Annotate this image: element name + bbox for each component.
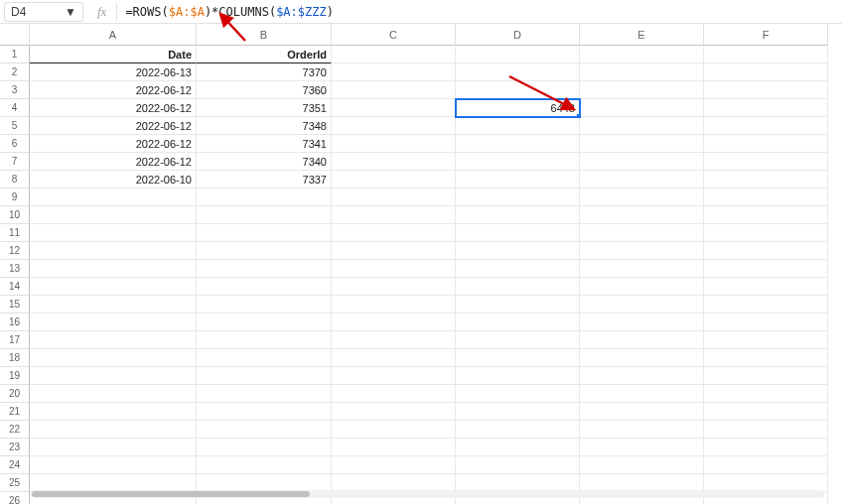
cell-D11[interactable]: [456, 224, 580, 242]
cell-D20[interactable]: [456, 385, 580, 403]
cell-D5[interactable]: [456, 117, 580, 135]
cell-A21[interactable]: [30, 403, 197, 421]
cell-D22[interactable]: [456, 421, 580, 439]
row-header-17[interactable]: 17: [0, 331, 30, 349]
cell-D10[interactable]: [456, 206, 580, 224]
cell-F3[interactable]: [704, 81, 828, 99]
cell-F18[interactable]: [704, 349, 828, 367]
selection-handle[interactable]: [576, 113, 580, 117]
cell-A6[interactable]: 2022-06-12: [30, 135, 197, 153]
cell-B12[interactable]: [197, 242, 332, 260]
cell-D9[interactable]: [456, 189, 580, 206]
cell-A19[interactable]: [30, 367, 197, 385]
cell-C10[interactable]: [332, 206, 456, 224]
row-header-6[interactable]: 6: [0, 135, 30, 153]
cell-E5[interactable]: [580, 117, 704, 135]
cell-E21[interactable]: [580, 403, 704, 421]
cell-B21[interactable]: [197, 403, 332, 421]
cell-E11[interactable]: [580, 224, 704, 242]
row-header-26[interactable]: 26: [0, 492, 30, 504]
cell-F19[interactable]: [704, 367, 828, 385]
cell-E7[interactable]: [580, 153, 704, 171]
cell-B11[interactable]: [197, 224, 332, 242]
cell-B16[interactable]: [197, 314, 332, 331]
cell-F6[interactable]: [704, 135, 828, 153]
cell-F1[interactable]: [704, 46, 828, 63]
cell-D19[interactable]: [456, 367, 580, 385]
cell-A1[interactable]: Date: [30, 46, 197, 63]
cell-F8[interactable]: [704, 171, 828, 189]
cell-A15[interactable]: [30, 296, 197, 314]
cell-B6[interactable]: 7341: [197, 135, 332, 153]
cell-B10[interactable]: [197, 206, 332, 224]
cell-D18[interactable]: [456, 349, 580, 367]
cell-E8[interactable]: [580, 171, 704, 189]
cell-E24[interactable]: [580, 456, 704, 474]
cell-E12[interactable]: [580, 242, 704, 260]
cell-B4[interactable]: 7351: [197, 99, 332, 117]
scrollbar-horizontal[interactable]: [30, 490, 824, 498]
col-header-F[interactable]: F: [704, 24, 828, 46]
scrollbar-vertical[interactable]: [830, 30, 838, 484]
cell-C8[interactable]: [332, 171, 456, 189]
cell-C16[interactable]: [332, 314, 456, 331]
col-header-E[interactable]: E: [580, 24, 704, 46]
row-header-25[interactable]: 25: [0, 474, 30, 492]
cell-E15[interactable]: [580, 296, 704, 314]
name-box[interactable]: D4 ▼: [4, 2, 83, 22]
cell-A17[interactable]: [30, 331, 197, 349]
row-header-7[interactable]: 7: [0, 153, 30, 171]
col-header-C[interactable]: C: [332, 24, 456, 46]
cell-E13[interactable]: [580, 260, 704, 278]
row-header-9[interactable]: 9: [0, 189, 30, 206]
cell-D21[interactable]: [456, 403, 580, 421]
row-header-10[interactable]: 10: [0, 206, 30, 224]
cell-C12[interactable]: [332, 242, 456, 260]
cell-F16[interactable]: [704, 314, 828, 331]
cell-E9[interactable]: [580, 189, 704, 206]
cell-A4[interactable]: 2022-06-12: [30, 99, 197, 117]
cell-B15[interactable]: [197, 296, 332, 314]
cell-D4[interactable]: 6448: [456, 99, 580, 117]
row-header-4[interactable]: 4: [0, 99, 30, 117]
cell-E19[interactable]: [580, 367, 704, 385]
cell-C14[interactable]: [332, 278, 456, 296]
cell-A9[interactable]: [30, 189, 197, 206]
cell-E17[interactable]: [580, 331, 704, 349]
cell-F11[interactable]: [704, 224, 828, 242]
cell-A7[interactable]: 2022-06-12: [30, 153, 197, 171]
cell-A2[interactable]: 2022-06-13: [30, 63, 197, 81]
cell-D1[interactable]: [456, 46, 580, 63]
cell-C18[interactable]: [332, 349, 456, 367]
cell-B24[interactable]: [197, 456, 332, 474]
cell-A24[interactable]: [30, 456, 197, 474]
row-header-22[interactable]: 22: [0, 421, 30, 439]
cell-C13[interactable]: [332, 260, 456, 278]
cell-D13[interactable]: [456, 260, 580, 278]
cell-F17[interactable]: [704, 331, 828, 349]
cell-F10[interactable]: [704, 206, 828, 224]
cell-F15[interactable]: [704, 296, 828, 314]
cell-F22[interactable]: [704, 421, 828, 439]
cell-A18[interactable]: [30, 349, 197, 367]
cell-F9[interactable]: [704, 189, 828, 206]
cell-E23[interactable]: [580, 439, 704, 456]
cell-B14[interactable]: [197, 278, 332, 296]
cell-B8[interactable]: 7337: [197, 171, 332, 189]
cell-A22[interactable]: [30, 421, 197, 439]
cell-F20[interactable]: [704, 385, 828, 403]
cell-B23[interactable]: [197, 439, 332, 456]
cell-D15[interactable]: [456, 296, 580, 314]
cell-C22[interactable]: [332, 421, 456, 439]
cell-B1[interactable]: OrderId: [197, 46, 332, 63]
cell-A10[interactable]: [30, 206, 197, 224]
cell-E2[interactable]: [580, 63, 704, 81]
cell-F24[interactable]: [704, 456, 828, 474]
cell-C7[interactable]: [332, 153, 456, 171]
cell-C17[interactable]: [332, 331, 456, 349]
cell-B5[interactable]: 7348: [197, 117, 332, 135]
sheet-grid[interactable]: ABCDEF1DateOrderId22022-06-13737032022-0…: [0, 24, 842, 504]
cell-B20[interactable]: [197, 385, 332, 403]
cell-F21[interactable]: [704, 403, 828, 421]
cell-F2[interactable]: [704, 63, 828, 81]
